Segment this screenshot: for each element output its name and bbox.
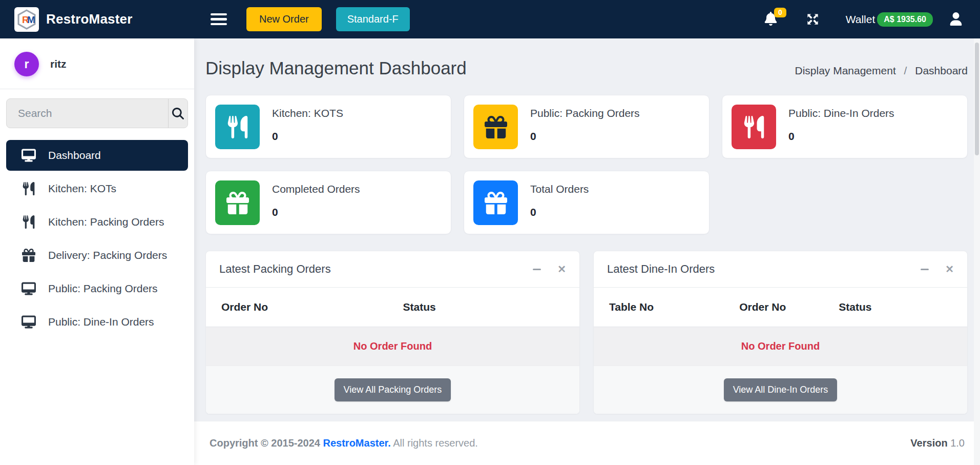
stat-card-count: 0 (272, 130, 343, 143)
stat-card-public-packing-orders[interactable]: Public: Packing Orders 0 (464, 95, 710, 158)
sidebar-item-label: Kitchen: Packing Orders (48, 216, 164, 228)
page-title: Display Management Dashboard (205, 58, 467, 78)
breadcrumb-dashboard: Dashboard (915, 65, 968, 76)
restromaster-logo-icon: R M (14, 7, 39, 32)
gift-icon (473, 105, 518, 149)
stat-card-title: Completed Orders (272, 183, 360, 195)
wallet-button[interactable]: Wallet A$ 1935.60 (846, 12, 933, 27)
utensils-icon (215, 105, 260, 149)
gift-icon (473, 180, 518, 225)
stat-cards: Kitchen: KOTS 0 Public: Packing Orders 0… (205, 95, 968, 234)
search-button[interactable] (168, 99, 187, 128)
breadcrumb-display-management[interactable]: Display Management (795, 65, 895, 76)
search-input[interactable] (7, 99, 168, 128)
gift-icon (215, 180, 260, 225)
footer: Copyright © 2015-2024 RestroMaster. All … (194, 421, 980, 465)
utensils-icon (732, 105, 776, 149)
stat-card-count: 0 (788, 130, 894, 143)
brand-name: RestroMaster (46, 11, 133, 27)
sidebar-item-label: Public: Dine-In Orders (48, 316, 154, 328)
minimize-icon[interactable] (533, 269, 541, 270)
avatar: r (14, 52, 39, 76)
new-order-button[interactable]: New Order (246, 7, 322, 31)
sidebar-item-label: Dashboard (48, 149, 101, 161)
latest-dine-in-orders-panel: Latest Dine-In Orders ✕ Table No Order N… (593, 251, 968, 414)
main-area: Display Management Dashboard Display Man… (194, 38, 980, 465)
close-icon[interactable]: ✕ (557, 264, 566, 274)
sidebar-item-label: Public: Packing Orders (48, 282, 158, 295)
scrollbar[interactable] (974, 38, 980, 465)
sidebar-toggle-icon[interactable] (211, 11, 228, 28)
top-navbar: R M RestroMaster New Order Standard-F 0 … (0, 0, 980, 38)
empty-state-text: No Order Found (206, 327, 579, 366)
close-icon[interactable]: ✕ (945, 264, 954, 274)
stat-card-completed-orders[interactable]: Completed Orders 0 (205, 171, 451, 234)
sidebar-item-kitchen-kots[interactable]: Kitchen: KOTs (6, 173, 188, 204)
stat-card-title: Public: Dine-In Orders (788, 107, 894, 119)
utensils-icon (20, 182, 37, 195)
wallet-balance-badge: A$ 1935.60 (877, 12, 933, 27)
stat-card-title: Total Orders (530, 183, 589, 195)
search-icon (172, 108, 184, 119)
footer-brand-link[interactable]: RestroMaster. (323, 437, 391, 449)
profile-standard-f-button[interactable]: Standard-F (336, 7, 410, 31)
user-icon (949, 12, 963, 26)
column-header: Status (403, 301, 564, 313)
username: ritz (50, 58, 67, 70)
sidebar-item-public-packing-orders[interactable]: Public: Packing Orders (6, 273, 188, 304)
fullscreen-button[interactable] (806, 12, 820, 27)
sidebar-menu: Dashboard Kitchen: KOTs Kitchen: Packing… (0, 135, 194, 342)
view-all-packing-orders-button[interactable]: View All Packing Orders (335, 378, 451, 401)
stat-card-kitchen-kots[interactable]: Kitchen: KOTS 0 (205, 95, 451, 158)
empty-state-text: No Order Found (594, 327, 967, 366)
gift-icon (20, 249, 37, 262)
desktop-icon (20, 282, 37, 295)
copyright-text: Copyright © 2015-2024 RestroMaster. All … (210, 437, 478, 449)
stat-card-count: 0 (530, 206, 589, 218)
stat-card-public-dine-in-orders[interactable]: Public: Dine-In Orders 0 (722, 95, 968, 158)
column-header: Status (839, 301, 952, 313)
latest-packing-orders-panel: Latest Packing Orders ✕ Order No Status … (205, 251, 580, 414)
sidebar-user[interactable]: r ritz (0, 38, 194, 89)
copyright-years: Copyright © 2015-2024 (210, 437, 320, 449)
sidebar: r ritz Dashboard Kitchen: KOTs Kitchen: … (0, 38, 194, 465)
expand-arrows-icon (806, 12, 820, 26)
sidebar-item-delivery-packing-orders[interactable]: Delivery: Packing Orders (6, 240, 188, 271)
sidebar-item-dashboard[interactable]: Dashboard (6, 140, 188, 171)
scrollbar-thumb[interactable] (975, 43, 979, 155)
user-menu-button[interactable] (949, 12, 964, 27)
notification-count-badge: 0 (774, 8, 786, 17)
panel-title: Latest Dine-In Orders (607, 262, 715, 276)
wallet-label: Wallet (846, 13, 875, 26)
order-panels: Latest Packing Orders ✕ Order No Status … (205, 251, 968, 414)
sidebar-item-label: Delivery: Packing Orders (48, 249, 167, 261)
svg-text:M: M (27, 14, 35, 25)
version-label: Version (910, 437, 947, 449)
brand[interactable]: R M RestroMaster (0, 0, 194, 38)
breadcrumb-separator: / (904, 65, 907, 76)
sidebar-item-label: Kitchen: KOTs (48, 183, 116, 195)
column-header: Table No (609, 301, 739, 313)
minimize-icon[interactable] (921, 269, 929, 270)
table-header-row: Table No Order No Status (594, 288, 967, 327)
column-header: Order No (221, 301, 403, 313)
version-value: 1.0 (950, 437, 965, 449)
notifications-button[interactable]: 0 (764, 12, 779, 27)
sidebar-search (6, 98, 188, 128)
stat-card-total-orders[interactable]: Total Orders 0 (464, 171, 710, 234)
desktop-icon (20, 315, 37, 329)
stat-card-title: Kitchen: KOTS (272, 107, 343, 119)
utensils-icon (20, 215, 37, 229)
table-header-row: Order No Status (206, 288, 579, 327)
breadcrumb: Display Management / Dashboard (795, 65, 968, 77)
sidebar-item-kitchen-packing-orders[interactable]: Kitchen: Packing Orders (6, 207, 188, 237)
stat-card-title: Public: Packing Orders (530, 107, 640, 119)
column-header: Order No (739, 301, 839, 313)
stat-card-count: 0 (530, 130, 640, 143)
view-all-dine-in-orders-button[interactable]: View All Dine-In Orders (724, 378, 838, 401)
rights-reserved-text: All rights reserved. (393, 437, 478, 449)
divider (0, 89, 194, 89)
desktop-icon (20, 149, 37, 162)
panel-title: Latest Packing Orders (219, 262, 331, 276)
sidebar-item-public-dine-in-orders[interactable]: Public: Dine-In Orders (6, 307, 188, 337)
